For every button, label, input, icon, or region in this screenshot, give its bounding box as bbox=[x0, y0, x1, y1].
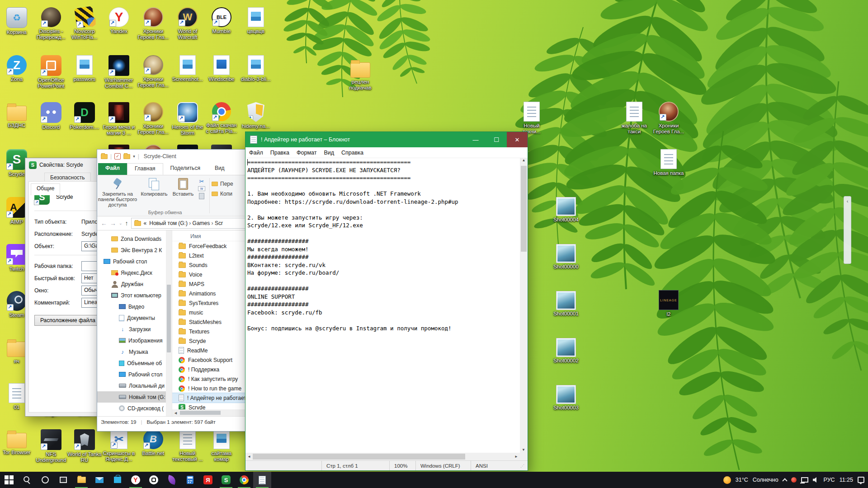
taskbar-notepad[interactable] bbox=[253, 472, 271, 488]
desktop-icon-новый-текстовый-[interactable]: Новый текстовый ... bbox=[170, 429, 205, 462]
copy-path-icon[interactable]: W bbox=[198, 186, 205, 191]
volume-icon[interactable] bbox=[813, 477, 819, 483]
tree-item-новый-том-g-[interactable]: Новый том (G: bbox=[97, 391, 166, 403]
network-icon[interactable] bbox=[801, 477, 808, 483]
menu-вид[interactable]: Вид bbox=[320, 150, 338, 156]
notepad-editor[interactable]: ========================================… bbox=[245, 158, 528, 453]
desktop-icon-новая-папка[interactable]: Новая папка bbox=[651, 149, 686, 176]
taskbar-file-explorer[interactable] bbox=[72, 472, 90, 488]
desktop-icon-shot00001[interactable]: Shot00001 bbox=[549, 290, 583, 317]
taskbar-mail[interactable] bbox=[90, 472, 108, 488]
taskbar-start[interactable] bbox=[0, 472, 18, 488]
hidden-icons-chevron-icon[interactable] bbox=[782, 478, 787, 483]
paste-shortcut-icon[interactable] bbox=[199, 193, 204, 199]
desktop-icon-yandex[interactable]: YYandex bbox=[102, 7, 136, 34]
weather-temp[interactable]: 31°C bbox=[736, 477, 748, 483]
taskbar-search[interactable] bbox=[18, 472, 36, 488]
tree-item-загрузки[interactable]: ↓Загрузки bbox=[97, 324, 166, 335]
desktop-icon-discord[interactable]: Discord bbox=[34, 102, 68, 130]
action-center-icon[interactable] bbox=[858, 477, 864, 483]
tab-вид[interactable]: Вид bbox=[208, 163, 232, 175]
taskbar-store[interactable] bbox=[108, 472, 127, 488]
notepad-titlebar[interactable]: ! Апдейтер не работает – Блокнот — ☐ ✕ bbox=[245, 132, 528, 147]
desktop-icon-хроники-героев-гла-[interactable]: Хроники Героев Гла... bbox=[651, 102, 686, 135]
desktop-icon-корзина[interactable]: Корзина bbox=[0, 7, 34, 35]
crumb-1[interactable]: Games bbox=[193, 220, 210, 226]
desktop-icon-хроники-героев-гла-[interactable]: Хроники Героев Гла... bbox=[136, 55, 170, 88]
menu-правка[interactable]: Правка bbox=[267, 150, 293, 156]
desktop-icon-герои-меча-и-магии-3-[interactable]: Герои меча и магии 3 ... bbox=[102, 102, 136, 136]
tab-file[interactable]: Файл bbox=[98, 163, 127, 175]
weather-sun-icon[interactable] bbox=[723, 476, 731, 484]
desktop-icon-diablo-3-bli-[interactable]: diablo-3-bli... bbox=[239, 55, 273, 82]
desktop-icon-zona[interactable]: ZZona bbox=[0, 55, 34, 82]
tree-item-zona-downloads[interactable]: Zona Downloads bbox=[97, 233, 166, 244]
tree-scrollbar[interactable] bbox=[166, 230, 172, 416]
maximize-button[interactable]: ☐ bbox=[486, 132, 507, 147]
forward-icon[interactable]: → bbox=[110, 220, 116, 227]
tree-item-музыка[interactable]: ♪Музыка bbox=[97, 346, 166, 357]
desktop-icon-файл-скачан-с-сайта-pla-[interactable]: Файл скачан с сайта Pla... bbox=[204, 102, 239, 134]
new-folder-icon[interactable] bbox=[123, 154, 130, 159]
desktop-icon-l2[interactable]: LINEAGEl2 bbox=[651, 290, 686, 317]
desktop-icon-pokerdom-[interactable]: DPokerdom.... bbox=[67, 102, 102, 130]
notepad-text[interactable]: ========================================… bbox=[247, 158, 519, 332]
scroll-strip[interactable]: ‹ bbox=[844, 196, 851, 264]
resize-grip[interactable]: ⋰ bbox=[520, 464, 528, 468]
menu-справка[interactable]: Справка bbox=[338, 150, 367, 156]
desktop-icon-hidemy-na-[interactable]: hidemy.na... bbox=[239, 102, 273, 129]
tree-item-яндекс-диск[interactable]: Яндекс.Диск bbox=[97, 267, 166, 278]
tab-поделиться[interactable]: Поделиться bbox=[163, 163, 208, 175]
desktop-icon-shot00000[interactable]: Shot00000 bbox=[549, 243, 583, 270]
copy-to-button[interactable]: Копи bbox=[212, 191, 233, 197]
back-icon[interactable]: ← bbox=[101, 220, 107, 227]
taskbar-calculator[interactable] bbox=[181, 472, 199, 488]
quick-access-chevron-icon[interactable]: ▾ bbox=[133, 154, 135, 159]
taskbar-task-view[interactable] bbox=[54, 472, 72, 488]
desktop-icon-хроники-героев-гла-[interactable]: Хроники Героев Гла... bbox=[136, 102, 170, 135]
desktop-icon-disciples-перерожд-[interactable]: Disciples - Перерожд... bbox=[34, 7, 68, 40]
desktop-icon-warhammer-combat-c-[interactable]: Warhammer Combat C... bbox=[102, 55, 136, 89]
tree-item-эйс-вентура-2-к[interactable]: Эйс Вентура 2 К bbox=[97, 244, 166, 256]
button-расположение-файла[interactable]: Расположение файла bbox=[34, 315, 101, 326]
desktop-icon-shot00004[interactable]: Shot00004 bbox=[549, 196, 583, 223]
desktop-icon-хроники-героев-гла-[interactable]: Хроники Героев Гла... bbox=[136, 7, 170, 40]
tree-item-рабочий-стол[interactable]: Рабочий стол bbox=[97, 256, 166, 267]
cut-icon[interactable]: ✂ bbox=[199, 178, 204, 184]
desktop-icon-windscribe[interactable]: Windscribe bbox=[204, 55, 239, 82]
taskbar-yandex-red[interactable]: Я bbox=[199, 472, 217, 488]
taskbar-yandex-browser[interactable]: Y bbox=[127, 472, 145, 488]
tab-главная[interactable]: Главная bbox=[127, 163, 163, 175]
desktop-icon-screenshot-[interactable]: Screenshot... bbox=[170, 55, 205, 82]
desktop-icon-shot00003[interactable]: Shot00003 bbox=[549, 384, 583, 411]
desktop-icon-tor-browser[interactable]: Tor Browser bbox=[0, 429, 34, 455]
menu-формат[interactable]: Формат bbox=[293, 150, 320, 156]
taskbar-feather[interactable] bbox=[163, 472, 181, 488]
crumb-2[interactable]: Scr bbox=[215, 220, 223, 226]
language-indicator[interactable]: РУС bbox=[824, 477, 835, 483]
tree-item-локальный-ди[interactable]: Локальный ди bbox=[97, 380, 166, 391]
desktop-icon-рецлен-подкачав[interactable]: рецлен подкачав bbox=[343, 59, 377, 91]
tree-item-изображения[interactable]: Изображения bbox=[97, 335, 166, 346]
taskbar-scryde[interactable]: S bbox=[217, 472, 235, 488]
taskbar-cortana[interactable] bbox=[36, 472, 54, 488]
desktop-icon-heroes-of-the-storm[interactable]: Heroes of the Storm bbox=[170, 102, 205, 136]
desktop-icon-скриншоты-в-яндекс-д-[interactable]: ✂Скриншоты в Яндекс.Д... bbox=[102, 429, 136, 462]
desktop-icon-жалоба-на-такси[interactable]: жалоба на такси bbox=[617, 102, 651, 135]
up-icon[interactable]: ↑ bbox=[125, 220, 128, 227]
tree-item-cd-дисковод-[interactable]: CD-дисковод ( bbox=[97, 403, 166, 414]
tree-item-дружбан[interactable]: Дружбан bbox=[97, 278, 166, 290]
desktop-icon-mumble[interactable]: BLEMumble bbox=[204, 7, 239, 34]
desktop-icon-battle-net[interactable]: BBattle.net bbox=[136, 429, 170, 456]
desktop-icon-openoffice-powerpoint[interactable]: OpenOffice PowerPoint bbox=[34, 55, 68, 89]
desktop-icon-passwors[interactable]: passwors bbox=[67, 55, 102, 82]
tree-item-этот-компьютер[interactable]: Этот компьютер bbox=[97, 290, 166, 301]
minimize-button[interactable]: — bbox=[465, 132, 486, 147]
desktop-icon-world-of-tanks-ru[interactable]: World of Tanks RU bbox=[67, 429, 102, 463]
tree-item-библиотеки[interactable]: Библиотеки bbox=[97, 414, 166, 416]
properties-quick-icon[interactable]: ✓ bbox=[114, 153, 121, 160]
folder-icon[interactable] bbox=[101, 154, 108, 159]
tree-item-рабочий-стол[interactable]: Рабочий стол bbox=[97, 369, 166, 380]
desktop-icon-бзднс[interactable]: БЗДНС bbox=[0, 102, 34, 128]
close-button[interactable]: ✕ bbox=[507, 132, 528, 147]
